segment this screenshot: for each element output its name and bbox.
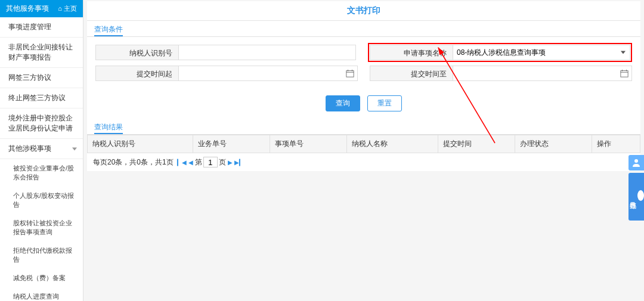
query-button[interactable]: 查询	[326, 95, 360, 111]
submit-to-input[interactable]	[453, 66, 632, 81]
sidebar-item-progress[interactable]: 事项进度管理	[0, 17, 83, 38]
pagination: 每页20条，共0条，共1页 ▎◀ ◀ 第 页 ▶ ▶▎	[87, 153, 640, 171]
submit-from-input[interactable]	[179, 66, 358, 81]
sidebar: 其他服务事项 ⌂ 主页 事项进度管理 非居民企业间接转让财产事项报告 网签三方协…	[0, 0, 83, 301]
taxpayer-id-label: 纳税人识别号	[95, 45, 179, 60]
th-item-no: 事项单号	[270, 135, 346, 153]
sidebar-item-shareholder-change[interactable]: 个人股东/股权变动报告	[0, 187, 83, 214]
sidebar-item-sign-tri[interactable]: 网签三方协议	[0, 68, 83, 88]
svg-rect-4	[621, 71, 628, 77]
th-business-no: 业务单号	[193, 135, 270, 153]
sidebar-item-tax-reduction[interactable]: 减免税（费）备案	[0, 269, 83, 287]
sidebar-item-other-tax[interactable]: 其他涉税事项	[0, 139, 83, 159]
home-icon: ⌂	[58, 5, 64, 12]
calendar-icon[interactable]	[620, 69, 628, 77]
pagination-info: 每页20条，共0条，共1页	[93, 157, 174, 167]
sidebar-title: 其他服务事项	[6, 4, 49, 14]
prev-page-icon[interactable]: ◀	[188, 159, 193, 166]
th-taxpayer-id: 纳税人识别号	[88, 135, 193, 153]
results-section-title: 查询结果	[87, 119, 640, 135]
query-section-title: 查询条件	[87, 21, 640, 37]
taxpayer-id-input[interactable]	[179, 45, 356, 60]
float-icons: 在线导办	[628, 155, 644, 223]
svg-point-9	[634, 159, 638, 163]
avatar-icon	[637, 190, 644, 201]
reset-button[interactable]: 重置	[367, 95, 402, 111]
next-page-icon[interactable]: ▶	[228, 159, 233, 166]
submit-from-label: 提交时间起	[95, 66, 179, 81]
th-status: 办理状态	[515, 135, 592, 153]
main-content: 文书打印 查询条件 纳税人识别号 申请事项名称	[83, 0, 644, 301]
query-form: 纳税人识别号 申请事项名称 提交时间起	[87, 37, 640, 91]
sidebar-item-refuse-withhold[interactable]: 拒绝代扣代缴税款报告	[0, 241, 83, 269]
home-link[interactable]: ⌂ 主页	[58, 4, 77, 13]
apply-item-select[interactable]	[453, 45, 630, 60]
svg-rect-0	[346, 71, 354, 77]
sidebar-item-overseas[interactable]: 境外注册中资控股企业居民身份认定申请	[0, 108, 83, 139]
last-page-icon[interactable]: ▶▎	[234, 159, 244, 166]
th-taxpayer-name: 纳税人名称	[346, 135, 438, 153]
sidebar-item-equity-transfer-query[interactable]: 股权转让被投资企业报告事项查询	[0, 214, 83, 241]
th-submit-time: 提交时间	[438, 135, 515, 153]
results-table: 纳税人识别号 业务单号 事项单号 纳税人名称 提交时间 办理状态 操作	[87, 135, 640, 153]
th-action: 操作	[592, 135, 640, 153]
calendar-icon[interactable]	[346, 69, 354, 77]
button-row: 查询 重置	[87, 91, 640, 119]
page-input[interactable]	[203, 157, 218, 167]
sidebar-item-taxpayer-progress[interactable]: 纳税人进度查询	[0, 287, 83, 301]
sidebar-header: 其他服务事项 ⌂ 主页	[0, 0, 83, 17]
submit-to-label: 提交时间至	[370, 66, 453, 81]
sidebar-item-terminate-tri[interactable]: 终止网签三方协议	[0, 88, 83, 108]
page-title: 文书打印	[87, 1, 640, 21]
sidebar-item-board-report[interactable]: 被投资企业董事会/股东会报告	[0, 159, 83, 187]
first-page-icon[interactable]: ▎◀	[177, 159, 187, 166]
sidebar-item-nonresident[interactable]: 非居民企业间接转让财产事项报告	[0, 38, 83, 68]
user-float-icon[interactable]	[628, 155, 644, 170]
apply-item-label: 申请事项名称	[370, 45, 453, 60]
online-service-button[interactable]: 在线导办	[628, 173, 644, 221]
